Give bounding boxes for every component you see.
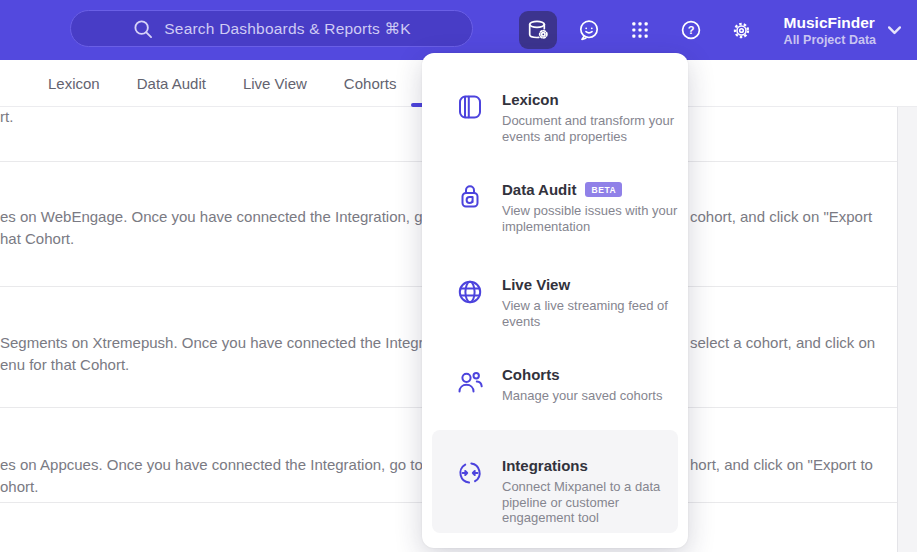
help-button[interactable]: ?	[672, 11, 710, 49]
help-icon: ?	[679, 18, 703, 42]
row-text: enu for that Cohort.	[0, 354, 462, 376]
project-selector[interactable]: MusicFinder All Project Data	[784, 13, 901, 48]
tab-data-audit[interactable]: Data Audit	[137, 75, 206, 92]
row-text: hat Cohort.	[0, 228, 462, 250]
sync-icon	[455, 458, 485, 488]
menu-item-lexicon[interactable]: Lexicon Document and transform your even…	[455, 91, 684, 144]
row-text: es on Appcues. Once you have connected t…	[0, 454, 462, 476]
menu-item-description: Document and transform your events and p…	[502, 113, 684, 144]
menu-item-live-view[interactable]: Live View View a live streaming feed of …	[455, 276, 684, 329]
row-text: es on WebEngage. Once you have connected…	[0, 206, 462, 228]
top-navigation-bar: Search Dashboards & Reports ⌘K	[0, 0, 917, 60]
scrollbar-gutter[interactable]	[897, 107, 917, 552]
menu-item-title: Live View	[502, 276, 684, 293]
feedback-smiley-icon	[577, 18, 601, 42]
menu-item-cohorts[interactable]: Cohorts Manage your saved cohorts	[455, 366, 684, 404]
project-text: MusicFinder All Project Data	[784, 13, 876, 48]
apps-grid-button[interactable]	[621, 11, 659, 49]
search-icon	[132, 18, 154, 40]
beta-badge: BETA	[585, 182, 622, 197]
menu-item-title: Lexicon	[502, 91, 684, 108]
data-management-button[interactable]	[519, 11, 557, 49]
menu-item-text: Live View View a live streaming feed of …	[502, 276, 684, 329]
menu-item-title: Cohorts	[502, 366, 684, 383]
menu-item-integrations[interactable]: Integrations Connect Mixpanel to a data …	[455, 457, 684, 526]
menu-item-title: Data Audit BETA	[502, 181, 684, 198]
navigation-dropdown: Lexicon Document and transform your even…	[422, 53, 688, 548]
project-scope: All Project Data	[784, 32, 876, 48]
search-placeholder: Search Dashboards & Reports ⌘K	[164, 20, 410, 38]
menu-item-description: View possible issues with your implement…	[502, 203, 684, 234]
menu-item-text: Lexicon Document and transform your even…	[502, 91, 684, 144]
mixpanel-app-window: Search Dashboards & Reports ⌘K	[0, 0, 917, 552]
row-text: rt.	[0, 106, 462, 128]
gear-icon	[730, 19, 753, 42]
menu-item-text: Cohorts Manage your saved cohorts	[502, 366, 684, 404]
menu-item-description: Manage your saved cohorts	[502, 388, 684, 404]
svg-text:?: ?	[687, 24, 694, 36]
menu-item-text: Integrations Connect Mixpanel to a data …	[502, 457, 684, 526]
search-input[interactable]: Search Dashboards & Reports ⌘K	[70, 10, 473, 47]
tab-cohorts[interactable]: Cohorts	[344, 75, 397, 92]
header-actions: ? MusicFinder All Project Data	[519, 0, 901, 60]
globe-icon	[455, 277, 485, 307]
database-gear-icon	[526, 18, 550, 42]
menu-item-text: Data Audit BETA View possible issues wit…	[502, 181, 684, 234]
settings-button[interactable]	[723, 11, 761, 49]
tab-lexicon[interactable]: Lexicon	[48, 75, 100, 92]
row-text: select a cohort, and click on	[690, 332, 875, 354]
menu-item-data-audit[interactable]: Data Audit BETA View possible issues wit…	[455, 181, 684, 234]
people-icon	[455, 367, 485, 397]
row-text: Segments on Xtremepush. Once you have co…	[0, 332, 462, 354]
tab-live-view[interactable]: Live View	[243, 75, 307, 92]
chevron-down-icon	[888, 26, 901, 35]
feedback-button[interactable]	[570, 11, 608, 49]
lock-icon	[455, 182, 485, 212]
menu-item-description: View a live streaming feed of events	[502, 298, 684, 329]
project-name: MusicFinder	[784, 13, 876, 32]
apps-grid-icon	[629, 19, 651, 41]
row-text: cohort, and click on "Export	[690, 206, 872, 228]
book-icon	[455, 92, 485, 122]
menu-item-description: Connect Mixpanel to a data pipeline or c…	[502, 479, 684, 526]
row-text: hort, and click on "Export to	[690, 454, 873, 476]
menu-item-title-text: Data Audit	[502, 181, 576, 198]
menu-item-title: Integrations	[502, 457, 684, 474]
row-text: ohort.	[0, 476, 462, 498]
